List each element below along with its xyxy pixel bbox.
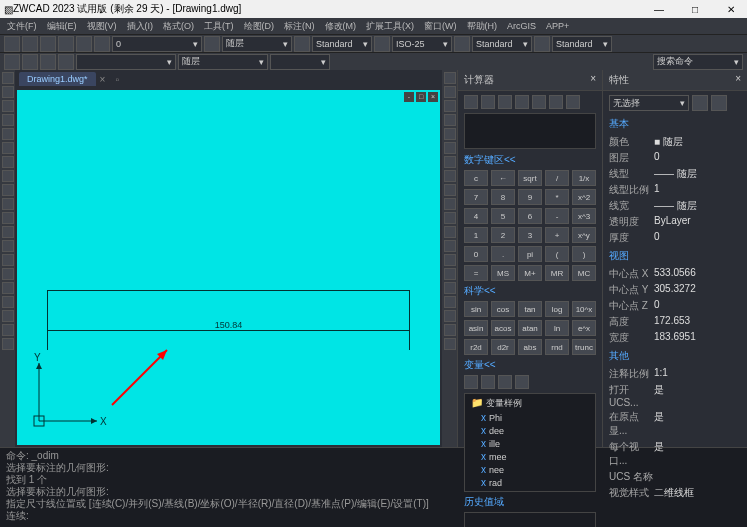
property-row[interactable]: 视觉样式二维线框 <box>609 485 741 501</box>
calc-key[interactable]: cos <box>491 301 515 317</box>
menu-item[interactable]: 文件(F) <box>4 20 40 33</box>
panel-close-icon[interactable]: × <box>590 73 596 87</box>
calc-key[interactable]: = <box>464 265 488 281</box>
trim-icon[interactable] <box>444 142 456 154</box>
calc-key[interactable]: M+ <box>518 265 542 281</box>
pline-icon[interactable] <box>2 86 14 98</box>
hist-header[interactable]: 历史值域 <box>464 495 596 509</box>
mleaderstyle-combo[interactable]: Standard <box>552 36 612 52</box>
wipeout-icon[interactable] <box>2 254 14 266</box>
calc-key[interactable]: 3 <box>518 227 542 243</box>
menu-item[interactable]: 修改(M) <box>322 20 360 33</box>
mline-icon[interactable] <box>2 324 14 336</box>
other-header[interactable]: 其他 <box>609 349 741 363</box>
align-icon[interactable] <box>444 296 456 308</box>
calc-icon[interactable] <box>549 95 563 109</box>
xline-icon[interactable] <box>2 310 14 322</box>
var-icon[interactable] <box>481 375 495 389</box>
undo-icon[interactable] <box>76 36 92 52</box>
explode-icon[interactable] <box>444 268 456 280</box>
doc-max-icon[interactable]: □ <box>416 92 426 102</box>
doc-close-icon[interactable]: × <box>428 92 438 102</box>
copy-icon[interactable] <box>444 86 456 98</box>
property-row[interactable]: 中心点 Y305.3272 <box>609 282 741 298</box>
var-icon[interactable] <box>515 375 529 389</box>
calc-key[interactable]: x^2 <box>572 189 596 205</box>
calc-key[interactable]: acos <box>491 320 515 336</box>
dimstyle-combo[interactable]: ISO-25 <box>392 36 452 52</box>
ellipse-icon[interactable] <box>2 142 14 154</box>
calc-key[interactable]: ln <box>545 320 569 336</box>
calc-key[interactable]: atan <box>518 320 542 336</box>
menu-item[interactable]: ArcGIS <box>504 21 539 31</box>
print-icon[interactable] <box>58 36 74 52</box>
menu-item[interactable]: 帮助(H) <box>464 20 501 33</box>
chamfer-icon[interactable] <box>444 184 456 196</box>
property-row[interactable]: 每个视口...是 <box>609 439 741 469</box>
menu-item[interactable]: 扩展工具(X) <box>363 20 417 33</box>
keypad-header[interactable]: 数字键区<< <box>464 153 596 167</box>
menu-item[interactable]: 标注(N) <box>281 20 318 33</box>
tool-icon[interactable] <box>4 54 20 70</box>
rect-icon[interactable] <box>2 128 14 140</box>
table-icon[interactable] <box>2 226 14 238</box>
calc-key[interactable]: pi <box>518 246 542 262</box>
tablestyle-combo[interactable]: Standard <box>472 36 532 52</box>
calc-key[interactable]: e^x <box>572 320 596 336</box>
calc-key[interactable]: MC <box>572 265 596 281</box>
selection-combo[interactable]: 无选择 <box>609 95 689 111</box>
menu-item[interactable]: 插入(I) <box>124 20 157 33</box>
calc-key[interactable]: c <box>464 170 488 186</box>
lweight-combo[interactable] <box>270 54 330 70</box>
maximize-button[interactable]: □ <box>683 4 707 15</box>
ray-icon[interactable] <box>2 296 14 308</box>
menu-item[interactable]: APP+ <box>543 21 572 31</box>
redo-icon[interactable] <box>94 36 110 52</box>
tab-close-icon[interactable]: × <box>100 74 106 85</box>
property-row[interactable]: 图层0 <box>609 150 741 166</box>
new-icon[interactable] <box>4 36 20 52</box>
search-combo[interactable]: 搜索命令 <box>653 54 743 70</box>
calc-key[interactable]: tan <box>518 301 542 317</box>
calc-key[interactable]: MS <box>491 265 515 281</box>
spline-icon[interactable] <box>2 198 14 210</box>
calc-key[interactable]: x^3 <box>572 208 596 224</box>
calc-key[interactable]: 8 <box>491 189 515 205</box>
calc-icon[interactable] <box>515 95 529 109</box>
property-row[interactable]: 中心点 X533.0566 <box>609 266 741 282</box>
tblstyle-icon[interactable] <box>454 36 470 52</box>
tool-icon[interactable] <box>22 54 38 70</box>
calc-key[interactable]: r2d <box>464 339 488 355</box>
calc-key[interactable]: rnd <box>545 339 569 355</box>
break-icon[interactable] <box>444 240 456 252</box>
point-icon[interactable] <box>2 184 14 196</box>
ltype-combo[interactable]: 随层 <box>178 54 268 70</box>
mirror-icon[interactable] <box>444 114 456 126</box>
panel-close-icon[interactable]: × <box>735 73 741 87</box>
calc-key[interactable]: MR <box>545 265 569 281</box>
calc-key[interactable]: 7 <box>464 189 488 205</box>
property-row[interactable]: 透明度ByLayer <box>609 214 741 230</box>
vars-header[interactable]: 变量<< <box>464 358 596 372</box>
stretch-icon[interactable] <box>444 226 456 238</box>
extend-icon[interactable] <box>444 156 456 168</box>
calc-key[interactable]: ( <box>545 246 569 262</box>
calc-key[interactable]: * <box>545 189 569 205</box>
calc-key[interactable]: 4 <box>464 208 488 224</box>
calc-key[interactable]: - <box>545 208 569 224</box>
calc-key[interactable]: 10^x <box>572 301 596 317</box>
calc-key[interactable]: x^y <box>572 227 596 243</box>
calc-key[interactable]: sin <box>464 301 488 317</box>
calc-icon[interactable] <box>566 95 580 109</box>
drawing-canvas[interactable]: -□× 150.84 X Y <box>17 90 440 445</box>
arc-icon[interactable] <box>2 114 14 126</box>
basic-header[interactable]: 基本 <box>609 117 741 131</box>
var-icon[interactable] <box>498 375 512 389</box>
erase-icon[interactable] <box>444 282 456 294</box>
layer-btn-icon[interactable] <box>204 36 220 52</box>
tree-header[interactable]: 📁 变量样例 <box>467 396 593 411</box>
calc-key[interactable]: 0 <box>464 246 488 262</box>
calc-key[interactable]: 5 <box>491 208 515 224</box>
block-icon[interactable] <box>2 212 14 224</box>
tree-item[interactable]: xnee <box>467 463 593 476</box>
